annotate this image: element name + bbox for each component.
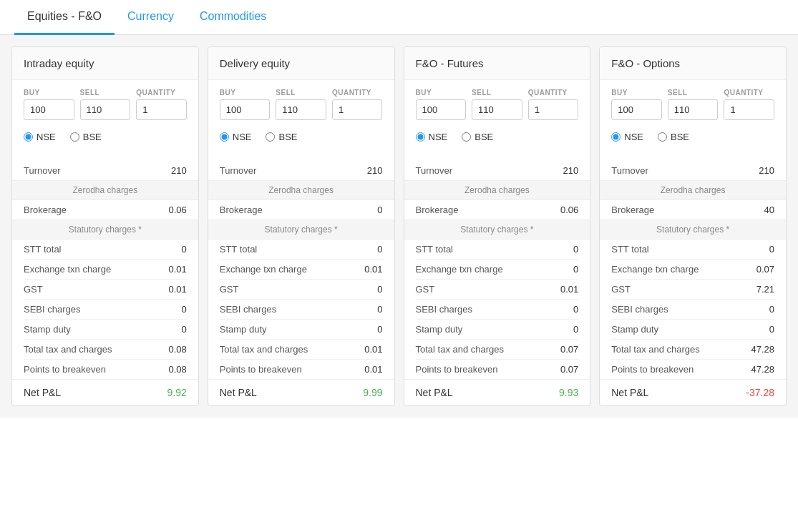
exchange-txn-value: 0.01	[168, 264, 186, 275]
stamp-duty-label: Stamp duty	[220, 324, 267, 335]
turnover-section: Turnover 210	[12, 161, 198, 180]
sell-input-options[interactable]	[668, 99, 719, 120]
input-labels: BUY SELL QUANTITY	[416, 89, 579, 97]
total-tax-label: Total tax and charges	[24, 344, 112, 355]
turnover-label: Turnover	[220, 165, 257, 176]
stamp-duty-value: 0	[769, 324, 774, 335]
breakeven-label: Points to breakeven	[416, 364, 498, 375]
inputs-row	[416, 99, 579, 120]
stamp-duty-value: 0	[573, 324, 578, 335]
sell-label: SELL	[80, 89, 131, 97]
net-pl-value: 9.93	[559, 387, 578, 398]
quantity-input-futures[interactable]	[528, 99, 579, 120]
gst-label: GST	[24, 284, 43, 295]
quantity-input-intraday[interactable]	[136, 99, 187, 120]
zerodha-charges-header-futures: Zerodha charges	[404, 180, 591, 200]
nse-radio-label[interactable]: NSE	[611, 132, 643, 142]
bse-radio-label[interactable]: BSE	[70, 132, 102, 142]
inputs-row	[220, 99, 383, 120]
turnover-label: Turnover	[416, 165, 453, 176]
sebi-row: SEBI charges 0	[24, 300, 187, 320]
exchange-txn-value: 0.07	[756, 264, 774, 275]
card-futures: F&O - Futures BUY SELL QUANTITY NSE BSE	[404, 46, 591, 406]
input-labels: BUY SELL QUANTITY	[24, 89, 187, 97]
quantity-input-options[interactable]	[724, 99, 774, 120]
nse-radio-intraday[interactable]	[24, 132, 33, 142]
tab-equities[interactable]: Equities - F&O	[14, 0, 115, 35]
buy-label: BUY	[611, 89, 662, 97]
bse-radio-delivery[interactable]	[266, 132, 275, 142]
net-pl-label: Net P&L	[416, 387, 453, 398]
sell-input-futures[interactable]	[472, 99, 522, 120]
statutory-section: STT total 0 Exchange txn charge 0.07 GST…	[600, 240, 786, 379]
breakeven-label: Points to breakeven	[24, 364, 106, 375]
quantity-label: QUANTITY	[332, 89, 383, 97]
brokerage-section: Brokerage 0	[208, 200, 394, 220]
brokerage-row: Brokerage 0.06	[24, 200, 187, 220]
gst-row: GST 0.01	[416, 280, 579, 300]
turnover-label: Turnover	[611, 165, 648, 176]
sebi-value: 0	[769, 304, 774, 315]
sebi-value: 0	[573, 304, 578, 315]
exchange-txn-label: Exchange txn charge	[611, 264, 699, 275]
buy-label: BUY	[220, 89, 271, 97]
nse-radio-label[interactable]: NSE	[220, 132, 252, 142]
breakeven-value: 47.28	[751, 364, 774, 375]
buy-input-options[interactable]	[611, 99, 662, 120]
card-title-futures: F&O - Futures	[404, 47, 590, 80]
bse-radio-label[interactable]: BSE	[462, 132, 493, 142]
gst-value: 0.01	[560, 284, 578, 295]
exchange-radio-row: NSE BSE	[24, 129, 187, 145]
turnover-row: Turnover 210	[416, 161, 579, 180]
tab-commodities[interactable]: Commodities	[187, 0, 279, 35]
bse-radio-label[interactable]: BSE	[266, 132, 297, 142]
total-tax-row: Total tax and charges 0.07	[416, 340, 579, 360]
inputs-section-delivery: BUY SELL QUANTITY NSE BSE	[208, 80, 394, 161]
exchange-txn-value: 0.01	[364, 264, 382, 275]
exchange-txn-label: Exchange txn charge	[416, 264, 503, 275]
stt-row: STT total 0	[220, 240, 383, 260]
breakeven-row: Points to breakeven 0.07	[416, 360, 579, 379]
sebi-value: 0	[377, 304, 382, 315]
brokerage-value: 0	[377, 205, 382, 215]
bse-radio-futures[interactable]	[462, 132, 471, 142]
buy-label: BUY	[24, 89, 74, 97]
breakeven-row: Points to breakeven 0.08	[24, 360, 187, 379]
total-tax-row: Total tax and charges 47.28	[611, 340, 774, 360]
buy-input-futures[interactable]	[416, 99, 467, 120]
total-tax-label: Total tax and charges	[220, 344, 308, 355]
quantity-label: QUANTITY	[136, 89, 187, 97]
inputs-section-intraday: BUY SELL QUANTITY NSE BSE	[12, 80, 198, 161]
nse-radio-label[interactable]: NSE	[24, 132, 56, 142]
quantity-input-delivery[interactable]	[332, 99, 383, 120]
gst-row: GST 0.01	[24, 280, 187, 300]
bse-radio-options[interactable]	[658, 132, 667, 142]
turnover-row: Turnover 210	[24, 161, 187, 180]
card-options: F&O - Options BUY SELL QUANTITY NSE BSE	[599, 46, 787, 406]
buy-input-delivery[interactable]	[220, 99, 271, 120]
stt-label: STT total	[416, 244, 454, 255]
stt-row: STT total 0	[24, 240, 187, 260]
bse-radio-label[interactable]: BSE	[658, 132, 689, 142]
sell-label: SELL	[472, 89, 522, 97]
total-tax-row: Total tax and charges 0.08	[24, 340, 187, 360]
nse-radio-delivery[interactable]	[220, 132, 229, 142]
buy-input-intraday[interactable]	[24, 99, 74, 120]
nse-radio-options[interactable]	[611, 132, 621, 142]
exchange-txn-row: Exchange txn charge 0.07	[611, 260, 774, 280]
stamp-duty-value: 0	[377, 324, 382, 335]
statutory-header-futures: Statutory charges *	[404, 220, 591, 240]
exchange-txn-value: 0	[573, 264, 578, 275]
sell-input-delivery[interactable]	[276, 99, 326, 120]
sebi-row: SEBI charges 0	[611, 300, 774, 320]
zerodha-charges-header-options: Zerodha charges	[599, 180, 787, 200]
sell-input-intraday[interactable]	[80, 99, 131, 120]
inputs-row	[24, 99, 187, 120]
stt-row: STT total 0	[416, 240, 579, 260]
bse-radio-intraday[interactable]	[70, 132, 79, 142]
nse-radio-label[interactable]: NSE	[416, 132, 448, 142]
stamp-duty-label: Stamp duty	[416, 324, 463, 335]
tab-currency[interactable]: Currency	[115, 0, 187, 35]
turnover-value: 210	[367, 165, 383, 176]
nse-radio-futures[interactable]	[416, 132, 425, 142]
